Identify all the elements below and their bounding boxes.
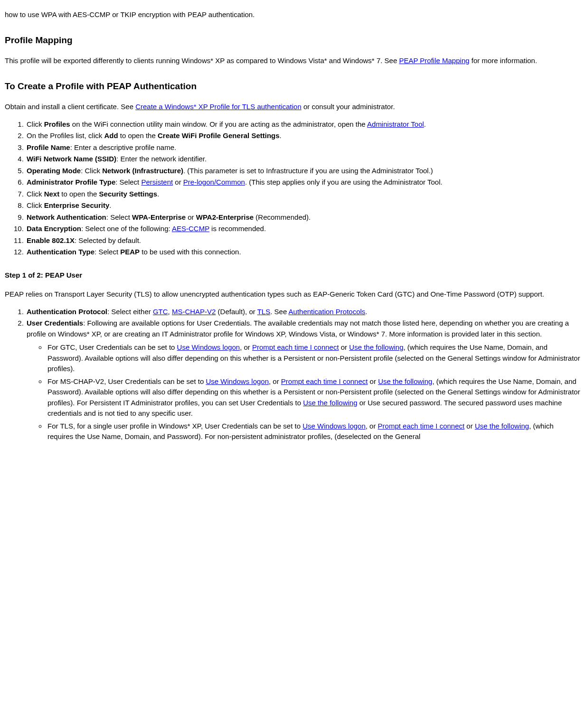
text: , or [366, 422, 378, 430]
text-bold: Operating Mode [27, 167, 81, 175]
step-item: Operating Mode: Click Network (Infrastru… [26, 166, 580, 177]
sublist-item: For TLS, for a single user profile in Wi… [47, 421, 580, 442]
text-bold: User Credentials [27, 319, 83, 327]
text-bold: Profile Name [27, 143, 70, 151]
step-item: Profile Name: Enter a descriptive profil… [26, 142, 580, 153]
text: : Enter a descriptive profile name. [70, 143, 176, 151]
link-prompt-each-time[interactable]: Prompt each time I connect [378, 422, 465, 430]
text: or [339, 343, 349, 351]
text: , or [240, 343, 252, 351]
link-prompt-each-time[interactable]: Prompt each time I connect [252, 343, 339, 351]
text-bold: Enterprise Security [44, 201, 110, 209]
step-item: On the Profiles list, click Add to open … [26, 131, 580, 141]
sublist-item: For MS-CHAP-V2, User Credentials can be … [47, 376, 580, 419]
text: : Selected by default. [75, 236, 141, 244]
text: : Select either [107, 308, 153, 316]
link-tls[interactable]: TLS [257, 308, 271, 316]
text: or [368, 377, 378, 385]
step-item: Data Encryption: Select one of the follo… [26, 224, 580, 234]
text: : Following are available options for Us… [27, 319, 569, 338]
text: . [365, 308, 367, 316]
text-bold: WPA-Enterprise [132, 213, 186, 221]
sublist-item: For GTC, User Credentials can be set to … [47, 342, 580, 374]
text: on the WiFi connection utility main wind… [70, 120, 367, 128]
step-item: Click Profiles on the WiFi connection ut… [26, 119, 580, 130]
step-item: Administrator Profile Type: Select Persi… [26, 177, 580, 188]
link-prompt-each-time[interactable]: Prompt each time I connect [281, 377, 368, 385]
text-bold: Profiles [44, 120, 70, 128]
text-bold: PEAP [120, 248, 140, 256]
link-auth-protocols[interactable]: Authentication Protocols [289, 308, 366, 316]
text-bold: Enable 802.1X [27, 236, 75, 244]
text: : Select [115, 178, 141, 186]
text: . See [270, 308, 288, 316]
link-tls-auth-profile[interactable]: Create a Windows* XP Profile for TLS aut… [135, 103, 302, 111]
link-use-windows-logon[interactable]: Use Windows logon [206, 377, 269, 385]
text: : Click [81, 167, 102, 175]
link-use-the-following[interactable]: Use the following [475, 422, 529, 430]
text-bold: WiFi Network Name (SSID) [27, 155, 116, 163]
text: On the Profiles list, click [27, 131, 104, 140]
link-use-the-following[interactable]: Use the following [378, 377, 432, 385]
text: . [109, 201, 111, 209]
step1-steps: Authentication Protocol: Select either G… [5, 307, 580, 442]
link-use-windows-logon[interactable]: Use Windows logon [302, 422, 366, 430]
link-prelogon-common[interactable]: Pre-logon/Common [183, 178, 245, 186]
link-gtc[interactable]: GTC [153, 308, 168, 316]
link-mschapv2[interactable]: MS-CHAP-V2 [172, 308, 216, 316]
text: . [424, 120, 426, 128]
text: . [280, 131, 282, 140]
text: to be used with this connection. [140, 248, 241, 256]
text: : Select [94, 248, 120, 256]
link-use-windows-logon[interactable]: Use Windows logon [177, 343, 240, 351]
text: for more information. [470, 56, 538, 65]
step-item: WiFi Network Name (SSID): Enter the netw… [26, 154, 580, 165]
step-item: Click Enterprise Security. [26, 200, 580, 211]
text: or consult your administrator. [302, 103, 395, 111]
heading-step1: Step 1 of 2: PEAP User [5, 270, 580, 281]
text-bold: Authentication Protocol [27, 308, 107, 316]
step-item: Authentication Protocol: Select either G… [26, 307, 580, 317]
link-peap-profile-mapping[interactable]: PEAP Profile Mapping [399, 56, 469, 65]
text: Click [27, 190, 44, 198]
text: or [173, 178, 183, 186]
text: or [464, 422, 475, 430]
text: : Select [106, 213, 132, 221]
text: is recommended. [209, 224, 266, 233]
text-bold: WPA2-Enterprise [196, 213, 254, 221]
text: . (This step applies only if you are usi… [245, 178, 443, 186]
text-bold: Network (Infrastructure) [102, 167, 183, 175]
heading-create-profile: To Create a Profile with PEAP Authentica… [5, 80, 580, 93]
link-use-the-following[interactable]: Use the following [349, 343, 403, 351]
link-aes-ccmp[interactable]: AES-CCMP [172, 224, 209, 233]
link-persistent[interactable]: Persistent [141, 178, 173, 186]
text-bold: Data Encryption [27, 224, 81, 233]
text-bold: Network Authentication [27, 213, 106, 221]
text: . [157, 190, 159, 198]
create-profile-steps: Click Profiles on the WiFi connection ut… [5, 119, 580, 258]
text-bold: Next [44, 190, 60, 198]
text: or [186, 213, 196, 221]
text: Obtain and install a client certificate.… [5, 103, 135, 111]
text: , [168, 308, 172, 316]
link-administrator-tool[interactable]: Administrator Tool [367, 120, 424, 128]
text: (Recommended). [254, 213, 311, 221]
text: This profile will be exported differentl… [5, 56, 399, 65]
text: For GTC, User Credentials can be set to [47, 343, 177, 351]
text: For MS-CHAP-V2, User Credentials can be … [47, 377, 206, 385]
link-use-the-following[interactable]: Use the following [303, 399, 357, 407]
text: to open the [59, 190, 99, 198]
text: For TLS, for a single user profile in Wi… [47, 422, 302, 430]
text: Click [27, 120, 44, 128]
text-bold: Authentication Type [27, 248, 94, 256]
text: Click [27, 201, 44, 209]
text-bold: Create WiFi Profile General Settings [158, 131, 280, 140]
text: . (This parameter is set to Infrastructu… [183, 167, 433, 175]
text: : Enter the network identifier. [116, 155, 207, 163]
step-item: User Credentials: Following are availabl… [26, 318, 580, 442]
heading-profile-mapping: Profile Mapping [5, 34, 580, 47]
text: to open the [118, 131, 158, 140]
step-item: Click Next to open the Security Settings… [26, 189, 580, 200]
text-bold: Administrator Profile Type [27, 178, 115, 186]
step-item: Enable 802.1X: Selected by default. [26, 235, 580, 246]
